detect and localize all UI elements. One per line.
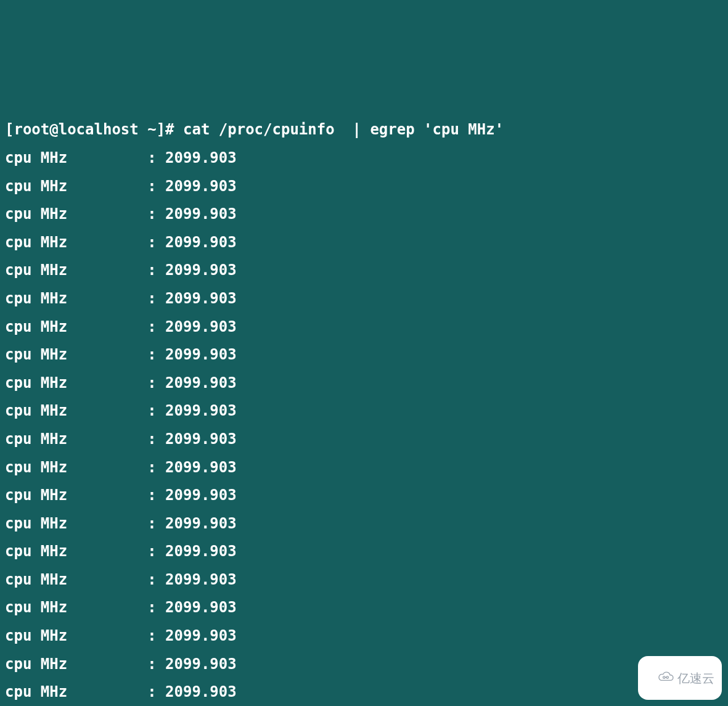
- command-line: [root@localhost ~]# cat /proc/cpuinfo | …: [5, 116, 723, 144]
- watermark-badge: 亿速云: [638, 656, 722, 700]
- terminal-output: cpu MHz : 2099.903 cpu MHz : 2099.903 cp…: [5, 149, 237, 706]
- cloud-icon: [644, 659, 674, 697]
- terminal[interactable]: [root@localhost ~]# cat /proc/cpuinfo | …: [5, 116, 723, 706]
- shell-command: cat /proc/cpuinfo | egrep 'cpu MHz': [183, 121, 504, 138]
- shell-prompt: [root@localhost ~]#: [5, 121, 183, 138]
- watermark-text: 亿速云: [677, 672, 714, 684]
- svg-point-0: [663, 676, 665, 678]
- svg-point-1: [666, 676, 668, 678]
